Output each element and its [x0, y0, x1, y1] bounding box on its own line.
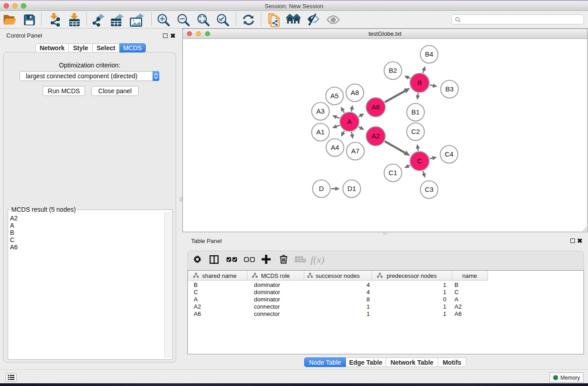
svg-text:A7: A7: [351, 147, 359, 155]
svg-text:B4: B4: [425, 50, 433, 58]
svg-text:A3: A3: [316, 107, 325, 115]
svg-text:D1: D1: [347, 185, 356, 192]
svg-text:A8: A8: [351, 89, 359, 96]
svg-text:A1: A1: [316, 128, 325, 136]
svg-text:C2: C2: [411, 128, 420, 135]
svg-text:A6: A6: [372, 103, 380, 111]
svg-text:C1: C1: [388, 169, 397, 176]
svg-text:B1: B1: [411, 108, 420, 116]
svg-text:B2: B2: [389, 67, 397, 74]
svg-text:A4: A4: [331, 143, 339, 151]
svg-text:A5: A5: [330, 92, 339, 100]
svg-text:D: D: [319, 185, 324, 192]
svg-text:B: B: [417, 79, 422, 86]
svg-text:A: A: [347, 118, 352, 125]
svg-text:C: C: [417, 157, 422, 165]
svg-text:C4: C4: [445, 150, 453, 158]
svg-text:C3: C3: [425, 186, 433, 193]
svg-text:A2: A2: [372, 132, 380, 140]
svg-text:B3: B3: [445, 85, 454, 93]
